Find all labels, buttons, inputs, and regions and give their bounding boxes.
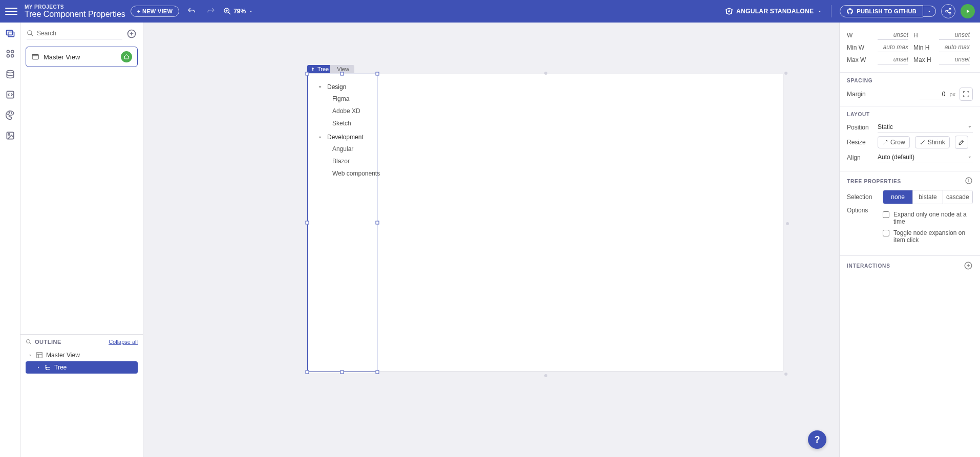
svg-point-19: [11, 113, 12, 114]
info-button[interactable]: [965, 177, 973, 186]
rail-components[interactable]: [5, 48, 16, 59]
resize-edit-button[interactable]: [955, 136, 968, 149]
framework-label: ANGULAR STANDALONE: [736, 8, 814, 15]
svg-rect-27: [32, 54, 38, 59]
chevron-down-icon: [28, 353, 33, 358]
grow-icon: [882, 139, 888, 145]
redo-button[interactable]: [204, 4, 218, 18]
svg-point-4: [949, 8, 951, 10]
tree-node-adobe-xd[interactable]: Adobe XD: [313, 105, 778, 117]
artboard[interactable]: Design Figma Adobe XD Sketch Development…: [307, 74, 783, 372]
tree-node-web-components[interactable]: Web components: [313, 167, 778, 180]
search-icon: [26, 339, 32, 345]
minh-input[interactable]: [939, 42, 970, 52]
rail-views[interactable]: [5, 28, 16, 39]
svg-point-29: [27, 340, 30, 343]
shrink-button[interactable]: Shrink: [915, 136, 950, 148]
margin-input[interactable]: [920, 90, 945, 99]
shrink-icon: [920, 139, 926, 145]
outline-node-tree[interactable]: Tree: [26, 361, 138, 374]
svg-point-18: [9, 112, 10, 113]
new-view-button[interactable]: + NEW VIEW: [131, 6, 179, 17]
svg-rect-10: [8, 32, 14, 37]
selection-cascade[interactable]: cascade: [943, 190, 972, 204]
rail-assets[interactable]: [5, 130, 16, 141]
position-select[interactable]: Static: [878, 121, 973, 133]
tree-node-sketch[interactable]: Sketch: [313, 117, 778, 129]
chevron-down-icon: [967, 154, 973, 160]
option-toggle-on-click[interactable]: Toggle node expansion on item click: [883, 229, 973, 244]
position-value: Static: [878, 123, 893, 130]
zoom-control[interactable]: 79%: [223, 7, 254, 15]
selection-chip[interactable]: Tree: [307, 65, 332, 73]
add-interaction-button[interactable]: [964, 261, 973, 270]
add-view-button[interactable]: [126, 29, 137, 39]
menu-button[interactable]: [5, 5, 17, 17]
view-chip[interactable]: View: [330, 65, 354, 73]
options-label: Options: [847, 207, 878, 214]
rail-code[interactable]: [5, 89, 16, 100]
undo-button[interactable]: [184, 4, 199, 18]
svg-line-23: [31, 34, 33, 36]
option-label: Expand only one node at a time: [893, 211, 973, 225]
maxh-input[interactable]: [939, 55, 970, 64]
tree-node-development[interactable]: Development: [313, 132, 778, 143]
publish-label: PUBLISH TO GITHUB: [857, 8, 917, 14]
side-rail: [0, 23, 20, 457]
maxw-input[interactable]: [878, 55, 908, 64]
outline-node-master[interactable]: Master View: [26, 349, 138, 361]
svg-point-21: [8, 134, 9, 135]
rail-data[interactable]: [5, 69, 16, 80]
tree-component[interactable]: Design Figma Adobe XD Sketch Development…: [308, 74, 783, 189]
svg-line-7: [947, 10, 949, 11]
h-input[interactable]: [939, 30, 970, 40]
publish-github-button[interactable]: PUBLISH TO GITHUB: [840, 5, 923, 17]
home-badge[interactable]: [121, 51, 132, 62]
zoom-value: 79%: [233, 8, 246, 15]
publish-dropdown[interactable]: [923, 6, 936, 17]
layout-title: LAYOUT: [847, 112, 973, 117]
grow-button[interactable]: Grow: [878, 136, 910, 148]
selection-none[interactable]: none: [883, 190, 912, 204]
margin-unit: px: [949, 91, 955, 97]
preview-button[interactable]: [961, 4, 975, 18]
view-master[interactable]: Master View: [26, 47, 138, 67]
canvas[interactable]: Tree View Design Figma Adobe XD Sketch: [143, 23, 839, 457]
align-value: Auto (default): [878, 154, 914, 161]
svg-point-35: [46, 369, 47, 369]
maxh-label: Max H: [913, 56, 934, 63]
edit-icon: [958, 139, 965, 146]
view-label: Master View: [44, 53, 117, 61]
shrink-label: Shrink: [928, 139, 945, 146]
align-select[interactable]: Auto (default): [878, 151, 973, 163]
w-label: W: [847, 32, 872, 39]
tree-node-blazor[interactable]: Blazor: [313, 155, 778, 167]
search-box[interactable]: [27, 28, 122, 39]
checkbox[interactable]: [883, 211, 889, 218]
search-input[interactable]: [37, 30, 122, 37]
collapse-all-link[interactable]: Collapse all: [109, 339, 138, 345]
tree-node-angular[interactable]: Angular: [313, 143, 778, 155]
share-button[interactable]: [941, 4, 955, 18]
selection-label: Selection: [847, 193, 878, 201]
option-expand-one[interactable]: Expand only one node at a time: [883, 211, 973, 225]
breadcrumb[interactable]: MY PROJECTS: [25, 4, 125, 10]
rail-theme[interactable]: [5, 110, 16, 121]
align-label: Align: [847, 154, 872, 161]
chevron-down-icon: [967, 124, 973, 130]
spacing-title: SPACING: [847, 78, 973, 83]
selection-bistate[interactable]: bistate: [912, 190, 942, 204]
tree-label: Development: [327, 134, 364, 141]
w-input[interactable]: [878, 30, 908, 40]
checkbox[interactable]: [883, 230, 889, 236]
tree-node-design[interactable]: Design: [313, 81, 778, 93]
chevron-down-icon: [317, 134, 323, 140]
play-icon: [965, 8, 971, 14]
help-fab[interactable]: ?: [808, 430, 826, 449]
tree-node-figma[interactable]: Figma: [313, 93, 778, 105]
framework-select[interactable]: ANGULAR STANDALONE: [725, 7, 823, 15]
minw-input[interactable]: [878, 42, 908, 52]
chevron-right-icon: [36, 365, 41, 370]
margin-expand-button[interactable]: [960, 88, 973, 101]
svg-point-14: [11, 55, 13, 57]
